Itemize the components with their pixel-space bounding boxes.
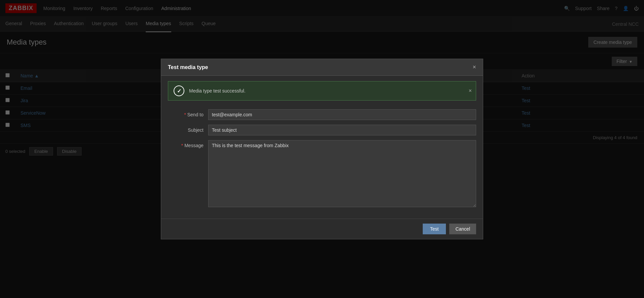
message-label: Message <box>168 140 208 148</box>
success-message: Media type test successful. <box>189 88 245 94</box>
send-to-input[interactable] <box>208 109 476 120</box>
modal-body: Send to Subject Message This is the test… <box>161 106 483 159</box>
banner-close-button[interactable]: × <box>469 88 472 94</box>
test-media-type-modal: Test media type × Media type test succes… <box>161 59 483 159</box>
modal-header: Test media type × <box>161 59 483 76</box>
subject-input[interactable] <box>208 125 476 135</box>
modal-close-button[interactable]: × <box>472 64 476 71</box>
modal-overlay: Test media type × Media type test succes… <box>0 0 644 159</box>
success-icon <box>174 85 184 96</box>
success-banner: Media type test successful. × <box>168 81 476 101</box>
subject-row: Subject <box>168 125 476 135</box>
message-textarea[interactable]: This is the test message from Zabbix <box>208 140 476 159</box>
subject-label: Subject <box>168 125 208 133</box>
modal-title: Test media type <box>168 64 208 70</box>
send-to-label: Send to <box>168 109 208 117</box>
send-to-row: Send to <box>168 109 476 120</box>
message-row: Message This is the test message from Za… <box>168 140 476 159</box>
